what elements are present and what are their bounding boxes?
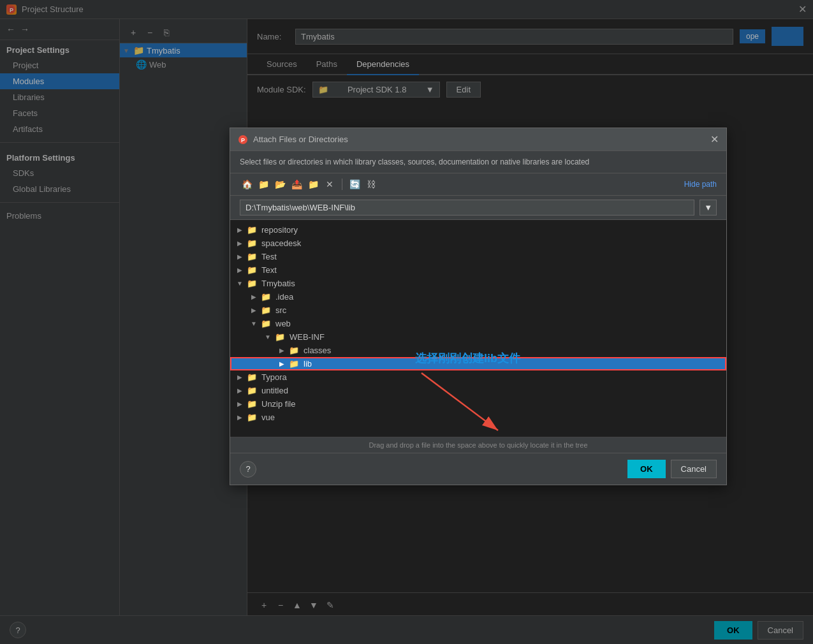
file-tree: ▶ 📁 repository ▶ 📁 spacedesk ▶ 📁 Test ▶ … <box>230 220 726 437</box>
link-btn[interactable]: ⛓ <box>364 177 378 191</box>
path-dropdown-btn[interactable]: ▼ <box>699 200 717 216</box>
path-bar: ▼ <box>230 196 726 220</box>
folder-special-btn[interactable]: 📁 <box>306 177 320 191</box>
dialog-title-bar: P Attach Files or Directories ✕ <box>230 128 726 151</box>
file-tree-item-lib[interactable]: ▶ 📁 lib <box>230 357 726 370</box>
file-tree-item-test[interactable]: ▶ 📁 Test <box>230 250 726 263</box>
file-tree-item-untitled[interactable]: ▶ 📁 untitled <box>230 384 726 397</box>
dialog-ok-button[interactable]: OK <box>627 460 666 478</box>
toolbar-separator <box>342 179 342 190</box>
hide-path-btn[interactable]: Hide path <box>684 180 717 189</box>
dialog-title-text: Attach Files or Directories <box>253 135 348 144</box>
svg-text:P: P <box>241 137 245 143</box>
dialog-cancel-button[interactable]: Cancel <box>671 460 717 478</box>
dialog-footer: ? OK Cancel <box>230 453 726 485</box>
home-btn[interactable]: 🏠 <box>240 177 254 191</box>
dialog-description: Select files or directories in which lib… <box>230 151 726 173</box>
file-tree-item-repository[interactable]: ▶ 📁 repository <box>230 223 726 237</box>
file-tree-item-tmybatis[interactable]: ▼ 📁 Tmybatis <box>230 277 726 290</box>
dialog-help-button[interactable]: ? <box>240 461 256 478</box>
dialog-title-left: P Attach Files or Directories <box>238 135 348 145</box>
file-tree-item-src[interactable]: ▶ 📁 src <box>230 304 726 317</box>
file-tree-item-vue[interactable]: ▶ 📁 vue <box>230 411 726 424</box>
file-tree-item-unzip[interactable]: ▶ 📁 Unzip file <box>230 397 726 411</box>
file-tree-item-spacedesk[interactable]: ▶ 📁 spacedesk <box>230 237 726 250</box>
file-tree-item-web[interactable]: ▼ 📁 web <box>230 317 726 330</box>
file-tree-item-classes[interactable]: ▶ 📁 classes <box>230 344 726 357</box>
delete-btn[interactable]: ✕ <box>323 177 337 191</box>
new-folder-btn[interactable]: 📂 <box>273 177 287 191</box>
file-tree-item-webinf[interactable]: ▼ 📁 WEB-INF <box>230 330 726 344</box>
folder-up-btn[interactable]: 📤 <box>289 177 304 191</box>
refresh-btn[interactable]: 🔄 <box>348 177 362 191</box>
folder-btn[interactable]: 📁 <box>256 177 270 191</box>
dialog-toolbar: 🏠 📁 📂 📤 📁 ✕ 🔄 ⛓ Hide path <box>230 173 726 196</box>
path-input[interactable] <box>240 200 694 216</box>
attach-files-dialog: P Attach Files or Directories ✕ Select f… <box>230 128 727 485</box>
file-tree-item-idea[interactable]: ▶ 📁 .idea <box>230 290 726 304</box>
dialog-icon: P <box>238 135 248 145</box>
dialog-close-button[interactable]: ✕ <box>710 133 719 145</box>
file-tree-item-typora[interactable]: ▶ 📁 Typora <box>230 370 726 384</box>
dialog-footer-actions: OK Cancel <box>627 460 717 478</box>
file-tree-item-text[interactable]: ▶ 📁 Text <box>230 263 726 277</box>
drop-hint: Drag and drop a file into the space abov… <box>230 437 726 453</box>
